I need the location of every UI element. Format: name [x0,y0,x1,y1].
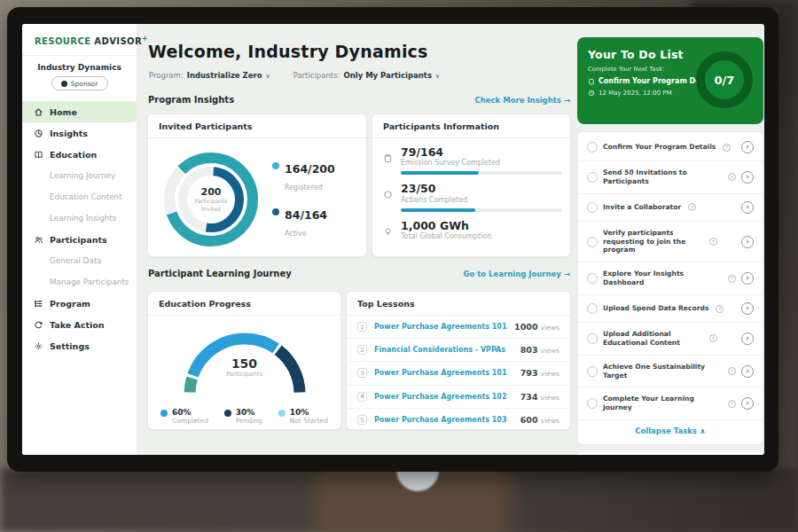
clock-icon [588,90,595,97]
task-label: Complete Your Learning Journey [603,395,721,412]
task-row: Invite a Collaborator ? › [578,194,763,222]
task-label: Explore Your Insights Dashboard [603,270,721,287]
task-chevron-button[interactable]: › [741,141,754,153]
participants-dropdown[interactable]: Participants:Only My Participants∨ [293,71,440,80]
task-chevron-button[interactable]: › [741,236,754,248]
task-checkbox[interactable] [587,333,598,344]
gauge-legend: 60%Completed 30%Pending 10%Not Started [148,399,340,425]
task-chevron-button[interactable]: › [741,272,754,285]
legend-pending: 30%Pending [224,408,262,425]
section-title: Program Insights [148,95,234,105]
task-row: Explore Your Insights Dashboard ? › [578,262,763,295]
info-icon[interactable]: ? [688,203,696,211]
recent-news-card: Recent News [577,450,763,455]
info-icon[interactable]: ? [709,238,717,246]
lesson-link[interactable]: Power Purchase Agreements 101 [374,369,513,377]
learning-journey-header: Participant Learning Journey Go to Learn… [148,269,570,278]
progress-track [401,208,562,212]
info-icon[interactable]: ? [709,334,717,342]
monitor-bezel: RESOURCE ADVISOR+ Industry Dynamics Spon… [7,7,778,472]
legend-completed: 60%Completed [160,408,208,425]
task-checkbox[interactable] [587,142,598,153]
sidebar-item-learning-insights[interactable]: Learning Insights [22,207,137,229]
donut-center-label: 200 Participants Invited [157,145,265,254]
sidebar-item-learning-journey[interactable]: Learning Journey [22,165,137,186]
photo-background: RESOURCE ADVISOR+ Industry Dynamics Spon… [0,0,798,532]
task-checkbox[interactable] [587,202,598,213]
task-label: Invite a Collaborator [603,203,681,212]
bulb-icon [383,227,393,237]
lesson-row: 3 Power Purchase Agreements 101 793 view… [347,362,570,385]
go-to-learning-journey-link[interactable]: Go to Learning Journey→ [463,270,570,278]
program-dropdown[interactable]: Program:Industrialize Zero∨ [149,71,270,80]
lesson-row: 2 Financial Considerations - VPPAs 803 v… [347,339,570,362]
task-row: Upload Additional Educational Content ? … [578,323,763,356]
task-checkbox[interactable] [587,303,598,314]
sidebar-item-participants[interactable]: Participants [22,229,137,250]
progress-fill [401,208,475,212]
info-icon[interactable]: ? [728,275,736,283]
filter-bar: Program:Industrialize Zero∨ Participants… [149,71,440,80]
info-icon[interactable]: ? [728,400,736,408]
sidebar-item-education[interactable]: Education [22,144,137,165]
info-icon[interactable]: ? [728,367,736,375]
sidebar-item-label: Take Action [50,320,105,330]
chevron-up-icon: ∧ [700,426,706,435]
dashboard-screen: RESOURCE ADVISOR+ Industry Dynamics Spon… [22,24,764,455]
collapse-tasks-link[interactable]: Collapse Tasks ∧ [578,420,763,442]
lesson-link[interactable]: Power Purchase Agreements 102 [374,393,513,401]
logo-resource: RESOURCE [35,36,90,46]
participants-label: Participants: [293,71,340,80]
lesson-rank: 1 [357,322,367,332]
sidebar-item-program[interactable]: Program [22,293,137,314]
app-logo: RESOURCE ADVISOR+ [22,24,137,53]
stat-actions-completed: 23/50 Actions Completed [383,183,559,211]
lesson-link[interactable]: Power Purchase Agreements 103 [374,416,513,424]
task-chevron-button[interactable]: › [741,201,754,214]
sidebar-item-insights[interactable]: Insights [22,122,137,144]
lesson-rank: 2 [357,345,367,355]
sidebar-item-settings[interactable]: Settings [22,335,137,356]
registered-dot-icon [272,162,279,169]
lesson-rank: 3 [357,368,367,378]
sidebar-item-label: Insights [50,129,88,138]
task-chevron-button[interactable]: › [741,302,754,315]
task-label: Upload Spend Data Records [603,304,708,313]
education-progress-card: Education Progress 150 Participants [147,291,341,430]
sidebar-item-manage-participants[interactable]: Manage Participants [22,271,137,293]
task-chevron-button[interactable]: › [741,365,754,378]
task-row: Verify participants requesting to join t… [578,222,763,263]
todo-task-list: Confirm Your Program Details ? › Send 50… [577,131,763,445]
sidebar-item-general-data[interactable]: General Data [22,250,137,271]
task-checkbox[interactable] [587,172,598,183]
lesson-link[interactable]: Power Purchase Agreements 101 [374,323,507,331]
info-icon[interactable]: ? [723,144,731,152]
sidebar-item-take-action[interactable]: Take Action [22,314,137,335]
donut-legend: 164/200Registered 84/164Active [272,160,335,239]
chevron-down-icon: ∨ [435,73,440,80]
task-chevron-button[interactable]: › [741,397,754,410]
task-chevron-button[interactable]: › [741,332,754,345]
lesson-link[interactable]: Financial Considerations - VPPAs [374,346,513,354]
task-checkbox[interactable] [587,398,598,409]
gauge-center-label: 150 Participants [178,356,311,378]
info-icon[interactable]: ? [716,305,724,313]
sidebar-item-home[interactable]: Home [22,101,137,122]
sidebar-item-education-content[interactable]: Education Content [22,186,137,207]
stat-global-consumption: 1,000 GWh Total Global Consumption [383,220,559,245]
insights-icon [34,129,43,138]
stat-emission-survey: 79/164 Emission Survey Completed [383,146,559,175]
lesson-row: 5 Power Purchase Agreements 103 600 view… [347,409,570,430]
task-chevron-button[interactable]: › [741,171,754,184]
task-checkbox[interactable] [587,366,598,377]
info-icon[interactable]: ? [728,173,736,181]
task-checkbox[interactable] [587,273,598,284]
todo-progress-ring: 0/7 [696,51,753,108]
task-checkbox[interactable] [587,237,598,247]
task-label: Verify participants requesting to join t… [603,229,702,255]
sponsor-label: Sponsor [71,80,98,88]
lesson-row: 4 Power Purchase Agreements 102 734 view… [347,386,570,409]
check-more-insights-link[interactable]: Check More Insights→ [475,96,571,105]
legend-not-started: 10%Not Started [278,408,328,425]
lesson-rank: 5 [357,415,367,425]
